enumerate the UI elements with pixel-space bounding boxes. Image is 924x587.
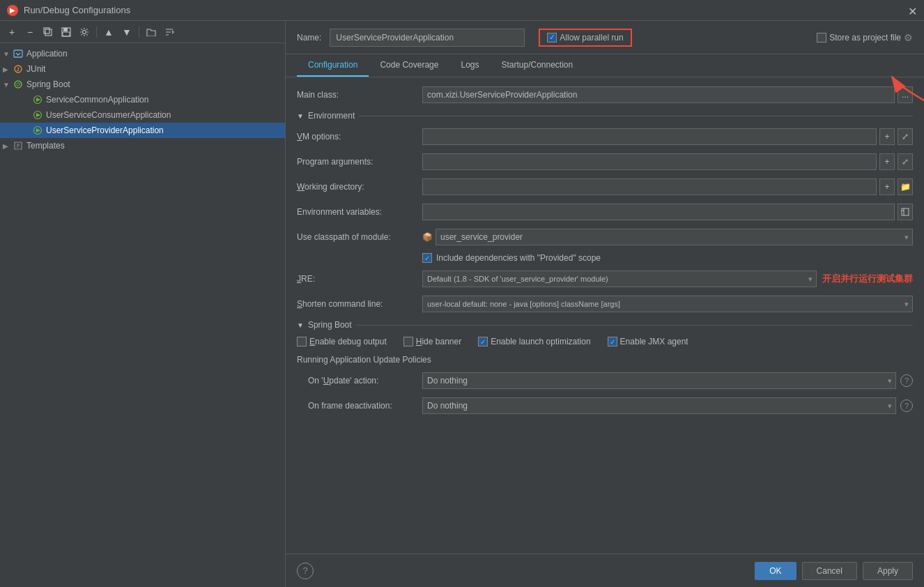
tab-logs[interactable]: Logs: [449, 54, 490, 77]
tab-code-coverage[interactable]: Code Coverage: [369, 54, 449, 77]
env-vars-input-group: [422, 204, 913, 220]
expand-arrow-junit[interactable]: ▶: [3, 66, 13, 73]
hide-banner-label: Hide banner: [416, 337, 461, 346]
working-dir-input-group: + 📁: [422, 178, 913, 195]
tab-startup-connection[interactable]: Startup/Connection: [490, 54, 584, 77]
settings-button[interactable]: [77, 24, 92, 40]
save-button[interactable]: [59, 24, 74, 40]
hide-banner-checkbox[interactable]: [403, 337, 413, 346]
svg-rect-4: [63, 32, 70, 36]
program-args-row: Program arguments: + ⤢: [297, 153, 913, 171]
program-args-input[interactable]: [422, 153, 877, 170]
svg-rect-3: [63, 28, 68, 31]
on-frame-select[interactable]: Do nothing: [422, 397, 896, 414]
remove-button[interactable]: −: [22, 24, 38, 40]
name-label: Name:: [297, 33, 321, 43]
main-class-browse-btn[interactable]: ...: [898, 86, 913, 103]
tree-item-junit[interactable]: ▶ J JUnit: [0, 61, 285, 77]
enable-launch-checkbox[interactable]: ✓: [478, 337, 488, 346]
classpath-row: Use classpath of module: 📦 user_service_…: [297, 228, 913, 246]
svg-rect-0: [45, 29, 52, 36]
enable-debug-label: Enable debug output: [309, 337, 387, 346]
tree-item-spring-boot[interactable]: ▼ Spring Boot: [0, 77, 285, 92]
tree-item-consumer[interactable]: ▶ UserServiceConsumerApplication: [0, 107, 285, 123]
store-gear-icon[interactable]: ⚙: [904, 32, 913, 43]
program-args-browse-btn[interactable]: ⤢: [898, 153, 913, 170]
vm-options-input[interactable]: [422, 128, 877, 145]
environment-section-line: [359, 116, 913, 116]
svg-rect-6: [14, 50, 22, 57]
program-args-label: Program arguments:: [297, 157, 422, 167]
application-label: Application: [26, 49, 68, 59]
expand-arrow-application[interactable]: ▼: [3, 50, 13, 58]
enable-debug-checkbox[interactable]: [297, 337, 307, 346]
templates-icon: [13, 140, 24, 151]
on-update-row: On 'Update' action: Do nothing ?: [297, 372, 913, 390]
app-icon: ▶: [7, 5, 18, 16]
tree-item-application[interactable]: ▼ Application: [0, 46, 285, 61]
on-frame-select-wrapper: Do nothing: [422, 397, 896, 414]
vm-options-expand-btn[interactable]: +: [879, 128, 895, 145]
working-dir-expand-btn[interactable]: +: [879, 178, 895, 195]
folder-button[interactable]: [144, 24, 159, 40]
environment-expand-icon[interactable]: ▼: [297, 112, 304, 120]
env-vars-expand-btn[interactable]: [898, 204, 913, 220]
working-dir-browse-btn[interactable]: 📁: [898, 178, 913, 195]
provider-run-icon: [32, 125, 43, 136]
junit-icon: J: [13, 63, 24, 75]
on-update-select-wrapper: Do nothing: [422, 372, 896, 389]
svg-point-5: [83, 30, 86, 33]
jre-select[interactable]: Default (1.8 - SDK of 'user_service_prov…: [422, 270, 817, 287]
working-dir-label: Working directory:: [297, 182, 422, 192]
help-icon[interactable]: ?: [297, 563, 314, 579]
tree-area: ▼ Application ▶ J JUnit: [0, 43, 285, 587]
ok-button[interactable]: OK: [755, 562, 796, 580]
policies-title: Running Application Update Policies: [297, 355, 913, 365]
parallel-run-label: Allow parallel run: [560, 33, 623, 43]
spring-boot-section-line: [356, 325, 913, 326]
main-class-row: Main class: ...: [297, 86, 913, 104]
program-args-expand-btn[interactable]: +: [879, 153, 895, 170]
shorten-cmd-select[interactable]: user-local default: none - java [options…: [422, 296, 913, 312]
close-button[interactable]: ✕: [908, 5, 917, 18]
apply-button[interactable]: Apply: [863, 562, 913, 580]
window-title: Run/Debug Configurations: [24, 5, 917, 15]
name-input[interactable]: [330, 29, 525, 47]
svg-point-9: [15, 81, 22, 88]
include-deps-checkbox[interactable]: ✓: [422, 253, 432, 263]
service-common-run-icon: [32, 94, 43, 105]
tab-configuration[interactable]: Configuration: [297, 54, 369, 77]
program-args-input-group: + ⤢: [422, 153, 913, 170]
on-frame-help-icon[interactable]: ?: [900, 399, 913, 412]
svg-marker-11: [36, 98, 40, 102]
consumer-label: UserServiceConsumerApplication: [46, 110, 171, 120]
working-dir-input[interactable]: [422, 178, 877, 195]
spring-boot-section-header: ▼ Spring Boot: [297, 320, 913, 330]
expand-arrow-templates[interactable]: ▶: [3, 142, 13, 150]
on-update-help-icon[interactable]: ?: [900, 374, 913, 387]
allow-parallel-run-checkbox[interactable]: ✓ Allow parallel run: [547, 33, 623, 43]
on-update-select[interactable]: Do nothing: [422, 372, 896, 389]
spring-boot-checkboxes-row: Enable debug output Hide banner ✓ Enable…: [297, 337, 913, 346]
classpath-select[interactable]: user_service_provider: [436, 229, 913, 245]
expand-arrow-spring[interactable]: ▼: [3, 81, 13, 89]
move-down-button[interactable]: ▼: [119, 24, 134, 40]
env-vars-input[interactable]: [422, 204, 895, 220]
right-panel-wrapper: Name: ✓ Allow parallel run Store as proj…: [286, 21, 924, 587]
store-project-checkbox[interactable]: [817, 33, 826, 43]
tree-item-service-common[interactable]: ▶ ServiceCommonApplication: [0, 92, 285, 107]
sort-button[interactable]: [162, 24, 177, 40]
add-button[interactable]: +: [4, 24, 20, 40]
cancel-button[interactable]: Cancel: [802, 562, 857, 580]
module-icon: 📦: [422, 232, 433, 242]
move-up-button[interactable]: ▲: [101, 24, 116, 40]
on-update-label: On 'Update' action:: [297, 376, 422, 386]
copy-button[interactable]: [40, 24, 56, 40]
svg-rect-16: [902, 208, 909, 215]
vm-options-browse-btn[interactable]: ⤢: [898, 128, 913, 145]
main-class-input[interactable]: [422, 86, 895, 103]
tree-item-templates[interactable]: ▶ Templates: [0, 138, 285, 153]
enable-jmx-checkbox[interactable]: ✓: [608, 337, 617, 346]
tree-item-provider[interactable]: ▶ UserServiceProviderApplication: [0, 123, 285, 138]
spring-boot-expand-icon[interactable]: ▼: [297, 321, 304, 329]
